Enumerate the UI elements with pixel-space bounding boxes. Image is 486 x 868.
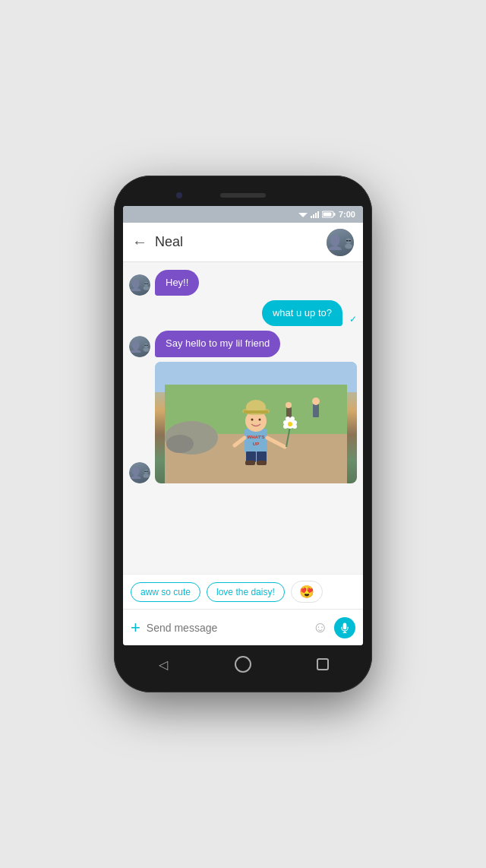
- svg-point-58: [290, 417, 295, 421]
- svg-rect-43: [245, 461, 255, 465]
- time-display: 7:00: [339, 210, 355, 219]
- svg-point-20: [144, 347, 150, 352]
- svg-point-47: [259, 418, 261, 420]
- avatar-image: [327, 229, 354, 256]
- svg-rect-26: [144, 470, 146, 471]
- message-input[interactable]: [147, 622, 307, 634]
- back-nav-button[interactable]: [150, 651, 177, 678]
- phone-speaker: [220, 193, 266, 198]
- phone-camera: [176, 192, 182, 198]
- svg-rect-42: [257, 451, 267, 462]
- smart-reply-emoji[interactable]: 😍: [291, 581, 323, 603]
- chat-header: ← Neal: [123, 223, 363, 262]
- svg-point-35: [312, 398, 320, 405]
- avatar-svg-3: [129, 336, 150, 357]
- home-nav-button[interactable]: [229, 651, 257, 678]
- svg-rect-22: [147, 344, 148, 345]
- message-row-3: Say hello to my lil friend: [129, 331, 357, 356]
- svg-rect-5: [323, 213, 331, 217]
- svg-point-15: [144, 286, 150, 290]
- smart-replies-bar: aww so cute love the daisy! 😍: [123, 574, 363, 609]
- svg-text:WHAT'S: WHAT'S: [248, 435, 265, 439]
- avatar-svg-4: [129, 462, 150, 483]
- message-row-1: Hey!!: [129, 270, 357, 296]
- svg-rect-34: [313, 404, 319, 417]
- mic-button[interactable]: [334, 617, 355, 638]
- message-check-2: ✓: [349, 314, 357, 325]
- svg-point-33: [166, 435, 194, 453]
- phone-device: 7:00 ← Neal: [114, 176, 372, 692]
- smart-reply-daisy[interactable]: love the daisy!: [207, 582, 285, 602]
- scene-svg: WHAT'S UP: [155, 362, 357, 483]
- sender-avatar-1: [129, 274, 150, 296]
- svg-rect-21: [144, 344, 146, 345]
- back-nav-icon: [159, 657, 168, 673]
- status-icons: 7:00: [298, 210, 355, 219]
- sender-avatar-4: [129, 462, 150, 483]
- contact-avatar-header[interactable]: [327, 229, 354, 256]
- svg-rect-38: [245, 429, 267, 453]
- home-nav-icon: [235, 656, 251, 673]
- mic-icon: [339, 622, 350, 633]
- svg-point-60: [292, 424, 297, 429]
- message-text-1: Hey!!: [166, 277, 188, 288]
- avatar-silhouette: [343, 232, 354, 253]
- svg-rect-16: [144, 284, 146, 284]
- photo-message-row: WHAT'S UP: [129, 362, 357, 483]
- back-button[interactable]: ←: [132, 233, 147, 251]
- svg-rect-9: [349, 240, 352, 242]
- avatar-figure-4: [142, 462, 150, 483]
- smart-reply-cute[interactable]: aww so cute: [131, 582, 200, 602]
- photo-scene: WHAT'S UP: [155, 362, 357, 483]
- avatar-figure-3: [142, 336, 150, 357]
- svg-point-37: [286, 402, 292, 408]
- phone-nav-bar: [123, 645, 363, 683]
- svg-point-59: [283, 424, 288, 429]
- svg-point-7: [345, 243, 352, 249]
- sender-avatar-3: [129, 336, 150, 357]
- svg-rect-27: [147, 470, 148, 471]
- avatar-figure-1: [142, 274, 150, 296]
- svg-text:UP: UP: [253, 442, 259, 446]
- message-row-2: what u up to? ✓: [129, 300, 357, 326]
- recents-nav-icon: [317, 658, 329, 670]
- svg-point-54: [288, 422, 292, 426]
- svg-rect-17: [147, 284, 148, 284]
- signal-icon: [311, 211, 319, 218]
- status-bar: 7:00: [123, 206, 363, 223]
- avatar-svg-1: [129, 274, 150, 296]
- input-bar: + ☺: [123, 609, 363, 645]
- message-bubble-1: Hey!!: [155, 270, 199, 296]
- svg-point-46: [251, 418, 254, 420]
- phone-top-bar: [123, 185, 363, 206]
- svg-point-25: [144, 474, 150, 478]
- svg-rect-41: [246, 451, 256, 462]
- message-bubble-2: what u up to?: [262, 300, 342, 326]
- message-text-3: Say hello to my lil friend: [166, 337, 270, 349]
- svg-rect-50: [244, 410, 268, 413]
- add-button[interactable]: +: [131, 618, 140, 638]
- contact-name-header: Neal: [155, 234, 327, 250]
- message-text-2: what u up to?: [273, 307, 332, 318]
- photo-message[interactable]: WHAT'S UP: [155, 362, 357, 483]
- svg-point-57: [286, 417, 290, 421]
- phone-screen: 7:00 ← Neal: [123, 206, 363, 645]
- battery-icon: [322, 211, 336, 218]
- svg-rect-8: [346, 240, 349, 242]
- wifi-icon: [298, 211, 308, 218]
- recents-nav-button[interactable]: [309, 651, 336, 678]
- chat-messages: Hey!! what u up to? ✓: [123, 262, 363, 574]
- svg-rect-44: [257, 461, 267, 465]
- message-bubble-3: Say hello to my lil friend: [155, 331, 280, 356]
- emoji-button[interactable]: ☺: [313, 619, 328, 636]
- svg-rect-4: [333, 213, 335, 216]
